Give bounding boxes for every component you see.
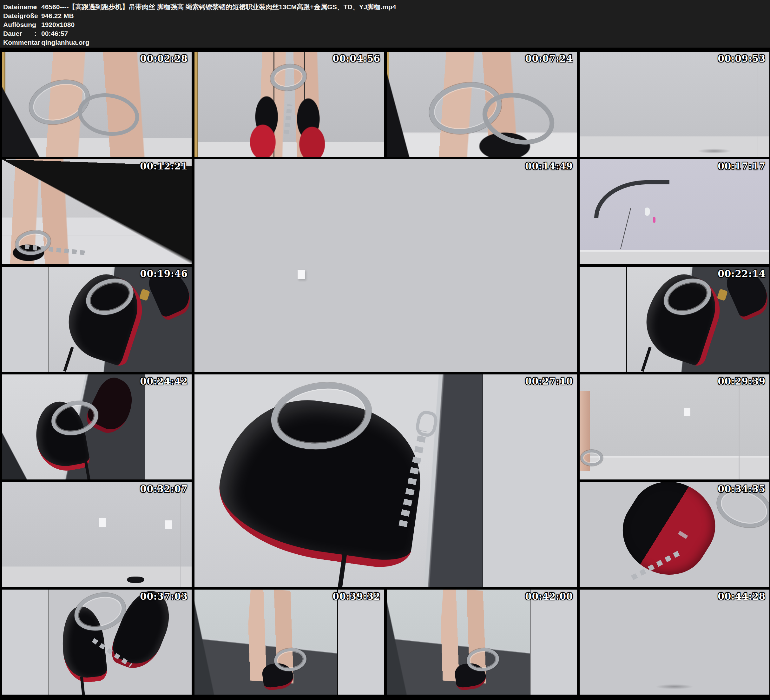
metadata-row: Dauer:00:46:57 [3, 29, 770, 38]
metadata-separator: : [34, 11, 41, 20]
empty-room-leg-left-art [580, 391, 590, 471]
metadata-value: 00:46:57 [41, 29, 68, 38]
metadata-label: Dauer [3, 29, 34, 38]
pip-inset [483, 374, 577, 587]
treadmill-side-view-art [593, 177, 730, 257]
video-thumbnail: 00:12:21 [2, 159, 192, 264]
heel-closeup-inset-left-art [59, 604, 108, 685]
pip-inset [2, 267, 49, 372]
timestamp-overlay: 00:07:24 [526, 53, 573, 64]
metadata-row: Kommentar:qinglanhua.org [3, 38, 770, 47]
timestamp-overlay: 00:09:53 [718, 53, 765, 64]
timestamp-overlay: 00:39:32 [333, 591, 380, 602]
heel-closeup-inset-right-art2 [83, 374, 141, 439]
metadata-value: 46560----【高跟遇到跑步机】吊带肉丝 脚枷强高 绳索铐镣禁锢的短裙职业装… [41, 3, 396, 11]
heel-closeup-figure-left-art [59, 267, 151, 368]
video-thumbnail: 00:37:03 [2, 590, 192, 695]
pip-inset [2, 590, 49, 695]
thumbnail-grid: 00:02:2800:04:5600:07:2400:09:5300:12:21… [0, 48, 770, 700]
timestamp-overlay: 00:27:10 [526, 376, 573, 387]
timestamp-overlay: 00:04:56 [333, 53, 380, 64]
video-thumbnail: 00:07:24 [387, 52, 577, 157]
metadata-separator: : [34, 29, 41, 38]
timestamp-overlay: 00:32:07 [140, 484, 188, 494]
video-thumbnail: 00:29:39 [580, 374, 769, 480]
standing-figure-center-art [51, 488, 78, 582]
spreader-figure-art2 [657, 644, 692, 688]
metadata-value: 1920x1080 [41, 20, 74, 29]
metadata-separator: : [34, 20, 41, 29]
video-thumbnail: 00:24:42 [2, 374, 192, 480]
metadata-header: Dateiname:46560----【高跟遇到跑步机】吊带肉丝 脚枷强高 绳索… [0, 0, 770, 48]
metadata-label: Auflösung [3, 20, 34, 29]
video-thumbnail: 00:02:28 [2, 52, 192, 157]
sole-macro-art [607, 482, 730, 587]
video-thumbnail: 00:22:14 [580, 267, 769, 372]
video-thumbnail: 00:44:28 [580, 590, 769, 695]
metadata-row: Dateigröße:946.22 MB [3, 11, 770, 20]
heel-closeup-figure-left-art [637, 267, 729, 368]
video-thumbnail: 00:27:10 [194, 374, 577, 587]
timestamp-overlay: 00:02:28 [140, 53, 188, 64]
video-thumbnail: 00:04:56 [194, 52, 384, 157]
standing-figure-center-art2 [127, 577, 144, 583]
shoe-macro-inset-right-art [211, 389, 430, 572]
video-thumbnail: 00:17:17 [580, 159, 769, 264]
metadata-label: Dateigröße [3, 11, 34, 20]
standing-figure-right-art [701, 58, 726, 151]
metadata-label: Dateiname [3, 3, 34, 11]
video-thumbnail: 00:39:32 [194, 590, 384, 695]
metadata-separator: : [34, 38, 41, 47]
metadata-row: Dateiname:46560----【高跟遇到跑步机】吊带肉丝 脚枷强高 绳索… [3, 3, 770, 11]
treadmill-side-view-art2 [678, 177, 697, 246]
metadata-row: Auflösung:1920x1080 [3, 20, 770, 29]
video-thumbnail: 00:42:00 [387, 590, 577, 695]
pip-inset [531, 590, 577, 695]
bound-figure-front-art2 [369, 276, 402, 364]
timestamp-overlay: 00:24:42 [140, 376, 188, 387]
heel-closeup-inset-left-art2 [106, 590, 178, 676]
timestamp-overlay: 00:17:17 [718, 161, 765, 172]
timestamp-overlay: 00:14:49 [526, 161, 573, 172]
metadata-label: Kommentar [3, 38, 34, 47]
metadata-separator: : [34, 3, 41, 11]
metadata-value: qinglanhua.org [41, 38, 89, 47]
timestamp-overlay: 00:22:14 [718, 269, 765, 279]
video-thumbnail: 00:09:53 [580, 52, 769, 157]
contact-sheet-page: { "header": { "rows": [ {"label": "Datei… [0, 0, 770, 700]
timestamp-overlay: 00:42:00 [526, 591, 573, 602]
pip-inset [338, 590, 385, 695]
metadata-value: 946.22 MB [41, 11, 74, 20]
timestamp-overlay: 00:19:46 [140, 269, 188, 279]
video-thumbnail: 00:34:35 [580, 482, 769, 587]
heel-closeup-inset-right-art [31, 398, 91, 475]
video-thumbnail: 00:19:46 [2, 267, 192, 372]
pip-inset [580, 267, 626, 372]
timestamp-overlay: 00:34:35 [718, 484, 765, 494]
video-thumbnail: 00:14:49 [194, 159, 577, 372]
timestamp-overlay: 00:12:21 [140, 161, 188, 172]
timestamp-overlay: 00:37:03 [140, 591, 188, 602]
bound-figure-front-art [357, 159, 414, 278]
timestamp-overlay: 00:44:28 [718, 591, 765, 602]
timestamp-overlay: 00:29:39 [718, 376, 765, 387]
video-thumbnail: 00:32:07 [2, 482, 192, 587]
pip-inset [145, 374, 192, 480]
